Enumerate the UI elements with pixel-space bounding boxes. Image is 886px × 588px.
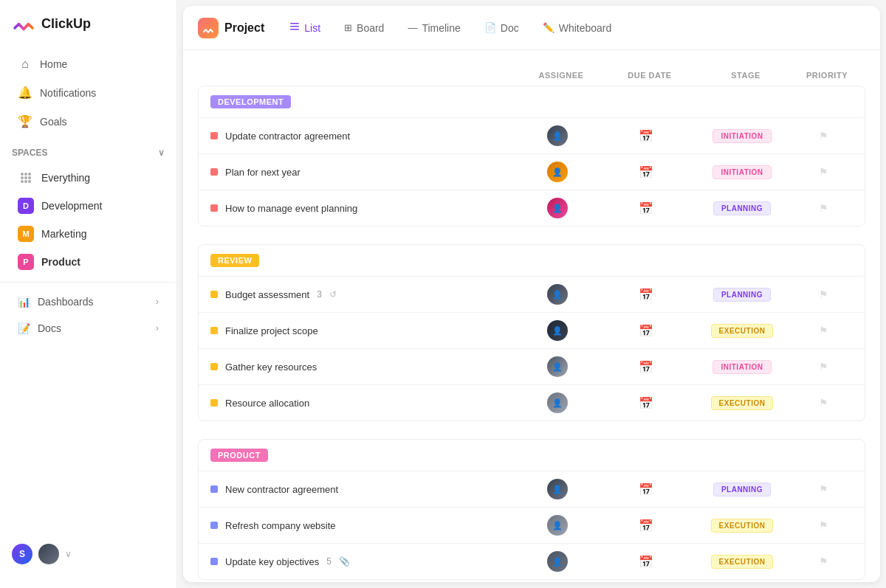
sidebar-item-home-label: Home (40, 58, 67, 70)
table-row[interactable]: Update key objectives 5 📎 👤 📅 EXECUTION … (199, 543, 865, 579)
section-development-header: DEVELOPMENT (199, 86, 865, 117)
sidebar-item-everything[interactable]: Everything (6, 164, 171, 192)
sidebar-item-dashboards[interactable]: 📊 Dashboards › (6, 288, 171, 315)
table-row[interactable]: Refresh company website 👤 📅 EXECUTION ⚑ (199, 507, 865, 543)
task-name: Update key objectives 5 📎 (210, 556, 513, 567)
clickup-logo-icon (12, 12, 35, 35)
section-product-header: PRODUCT (199, 440, 865, 471)
sidebar-item-marketing[interactable]: M Marketing (6, 220, 171, 248)
due-date-cell[interactable]: 📅 (602, 519, 690, 533)
assignee-cell: 👤 (513, 479, 602, 499)
sidebar-item-product[interactable]: P Product (6, 248, 171, 276)
task-dot (210, 132, 218, 139)
attachment-icon: 📎 (339, 556, 350, 567)
docs-expand-icon: › (156, 323, 159, 333)
stage-badge: INITIATION (712, 165, 771, 179)
due-date-cell[interactable]: 📅 (602, 324, 690, 338)
table-row[interactable]: How to manage event planning 👤 📅 PLANNIN… (199, 190, 865, 226)
priority-cell[interactable]: ⚑ (794, 202, 853, 214)
assignee-cell: 👤 (513, 356, 602, 377)
table-row[interactable]: Update contractor agreement 👤 📅 INITIATI… (199, 117, 865, 153)
due-date-cell[interactable]: 📅 (602, 360, 690, 374)
sidebar-item-goals[interactable]: 🏆 Goals (6, 107, 171, 136)
task-dot (210, 291, 218, 298)
table-row[interactable]: New contractor agreement 👤 📅 PLANNING ⚑ (199, 471, 865, 507)
sidebar-item-product-label: Product (41, 256, 80, 268)
stage-badge: PLANNING (713, 482, 771, 497)
whiteboard-tab-icon: ✏️ (543, 22, 554, 33)
task-name: New contractor agreement (210, 484, 513, 495)
stage-cell: EXECUTION (690, 396, 794, 410)
tab-list-label: List (304, 22, 320, 34)
sidebar-item-development[interactable]: D Development (6, 192, 171, 220)
due-date-cell[interactable]: 📅 (602, 396, 690, 410)
spaces-collapse-icon[interactable]: ∨ (158, 148, 165, 158)
task-title: Plan for next year (225, 167, 301, 178)
sidebar-item-home[interactable]: ⌂ Home (6, 50, 171, 78)
col-stage: STAGE (694, 71, 797, 80)
tab-timeline[interactable]: — Timeline (397, 18, 470, 38)
assignee-cell: 👤 (513, 125, 602, 146)
tab-whiteboard[interactable]: ✏️ Whiteboard (532, 18, 622, 38)
tab-doc[interactable]: 📄 Doc (474, 18, 529, 38)
col-name (207, 71, 517, 80)
task-count: 5 (326, 556, 332, 567)
due-date-cell[interactable]: 📅 (602, 555, 690, 569)
assignee-cell: 👤 (513, 515, 602, 536)
section-development: DEVELOPMENT Update contractor agreement … (198, 86, 865, 226)
task-title: Budget assessment (225, 289, 309, 300)
logo-text: ClickUp (41, 16, 91, 32)
marketing-space-badge: M (18, 226, 34, 242)
table-row[interactable]: Resource allocation 👤 📅 EXECUTION ⚑ (199, 384, 865, 421)
sidebar-item-notifications[interactable]: 🔔 Notifications (6, 78, 171, 107)
task-name: Plan for next year (210, 167, 513, 178)
task-title: Finalize project scope (225, 325, 318, 336)
assignee-cell: 👤 (513, 162, 602, 182)
board-tab-icon: ⊞ (344, 22, 352, 33)
priority-cell[interactable]: ⚑ (794, 325, 853, 336)
sidebar-item-goals-label: Goals (40, 116, 67, 128)
task-title: New contractor agreement (225, 484, 338, 495)
user-chevron-icon[interactable]: ∨ (65, 549, 72, 559)
table-row[interactable]: Gather key resources 👤 📅 INITIATION ⚑ (199, 348, 865, 384)
user-avatar-initial[interactable]: S (12, 544, 32, 564)
table-row[interactable]: Budget assessment 3 ↺ 👤 📅 PLANNING ⚑ (199, 276, 865, 312)
stage-cell: INITIATION (690, 165, 794, 179)
due-date-cell[interactable]: 📅 (602, 129, 690, 143)
svg-point-6 (21, 180, 24, 183)
tab-list[interactable]: List (279, 17, 331, 38)
task-name: Resource allocation (210, 398, 513, 409)
col-priority: PRIORITY (797, 71, 856, 80)
docs-icon: 📝 (18, 322, 30, 334)
section-product: PRODUCT New contractor agreement 👤 📅 PLA… (198, 439, 865, 580)
stage-cell: EXECUTION (690, 324, 794, 338)
priority-cell[interactable]: ⚑ (794, 361, 853, 373)
table-row[interactable]: Finalize project scope 👤 📅 EXECUTION ⚑ (199, 312, 865, 348)
tab-board[interactable]: ⊞ Board (334, 18, 394, 38)
stage-badge: INITIATION (712, 129, 771, 143)
priority-cell[interactable]: ⚑ (794, 166, 853, 178)
priority-cell[interactable]: ⚑ (794, 130, 853, 142)
task-title: How to manage event planning (225, 203, 357, 214)
priority-cell[interactable]: ⚑ (794, 519, 853, 531)
assignee-cell: 👤 (513, 320, 602, 341)
due-date-cell[interactable]: 📅 (602, 165, 690, 179)
priority-cell[interactable]: ⚑ (794, 288, 853, 300)
timeline-tab-icon: — (408, 22, 417, 33)
project-title: Project (198, 18, 264, 38)
due-date-cell[interactable]: 📅 (602, 201, 690, 215)
priority-cell[interactable]: ⚑ (794, 556, 853, 567)
table-row[interactable]: Plan for next year 👤 📅 INITIATION ⚑ (199, 153, 865, 190)
task-dot (210, 327, 218, 334)
due-date-cell[interactable]: 📅 (602, 482, 690, 497)
task-name: Refresh company website (210, 520, 513, 531)
priority-cell[interactable]: ⚑ (794, 397, 853, 409)
avatar: 👤 (547, 162, 568, 182)
priority-cell[interactable]: ⚑ (794, 483, 853, 495)
sidebar-item-docs-label: Docs (38, 322, 61, 334)
task-dot (210, 399, 218, 407)
due-date-cell[interactable]: 📅 (602, 288, 690, 302)
project-icon (198, 18, 219, 38)
sidebar-item-docs[interactable]: 📝 Docs › (6, 315, 171, 342)
assignee-cell: 👤 (513, 284, 602, 305)
